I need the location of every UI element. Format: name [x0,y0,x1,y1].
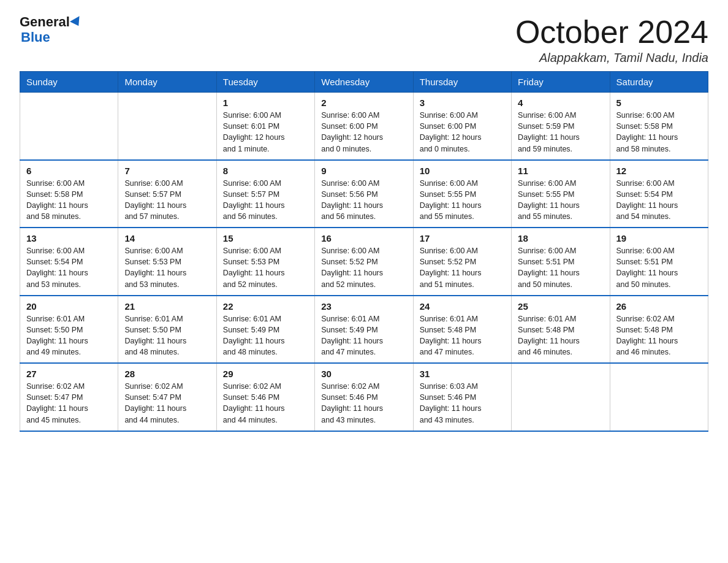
day-number: 7 [124,166,210,176]
day-number: 3 [420,98,505,108]
day-info: Sunrise: 6:00 AM Sunset: 5:56 PM Dayligh… [321,179,383,221]
page-header: General Blue October 2024 Alappakkam, Ta… [20,15,708,65]
day-number: 4 [518,98,603,108]
day-number: 29 [223,369,308,379]
calendar-day-22: 22Sunrise: 6:01 AM Sunset: 5:49 PM Dayli… [216,296,314,364]
calendar-day-5: 5Sunrise: 6:00 AM Sunset: 5:58 PM Daylig… [610,93,708,160]
day-info: Sunrise: 6:00 AM Sunset: 5:52 PM Dayligh… [321,247,383,288]
day-number: 13 [26,233,112,243]
calendar-day-1: 1Sunrise: 6:00 AM Sunset: 6:01 PM Daylig… [216,93,314,160]
calendar-day-9: 9Sunrise: 6:00 AM Sunset: 5:56 PM Daylig… [315,160,413,228]
day-info: Sunrise: 6:01 AM Sunset: 5:49 PM Dayligh… [321,315,383,356]
day-number: 28 [124,369,210,379]
calendar-day-30: 30Sunrise: 6:02 AM Sunset: 5:46 PM Dayli… [315,363,413,431]
calendar-day-4: 4Sunrise: 6:00 AM Sunset: 5:59 PM Daylig… [512,93,610,160]
day-info: Sunrise: 6:00 AM Sunset: 5:54 PM Dayligh… [26,247,88,288]
calendar-table: SundayMondayTuesdayWednesdayThursdayFrid… [20,71,708,432]
calendar-week-row: 13Sunrise: 6:00 AM Sunset: 5:54 PM Dayli… [20,228,708,296]
calendar-day-15: 15Sunrise: 6:00 AM Sunset: 5:53 PM Dayli… [216,228,314,296]
calendar-day-2: 2Sunrise: 6:00 AM Sunset: 6:00 PM Daylig… [315,93,413,160]
weekday-thursday: Thursday [413,72,511,93]
calendar-empty-cell [512,363,610,431]
day-info: Sunrise: 6:00 AM Sunset: 5:52 PM Dayligh… [420,247,482,288]
calendar-day-18: 18Sunrise: 6:00 AM Sunset: 5:51 PM Dayli… [512,228,610,296]
weekday-sunday: Sunday [20,72,118,93]
calendar-day-26: 26Sunrise: 6:02 AM Sunset: 5:48 PM Dayli… [610,296,708,364]
day-number: 16 [321,233,406,243]
day-info: Sunrise: 6:00 AM Sunset: 5:57 PM Dayligh… [223,179,285,221]
day-info: Sunrise: 6:00 AM Sunset: 5:53 PM Dayligh… [124,247,186,288]
day-info: Sunrise: 6:00 AM Sunset: 5:54 PM Dayligh… [616,179,678,221]
day-number: 9 [321,166,406,176]
day-number: 21 [124,301,210,312]
day-number: 10 [420,166,505,176]
day-number: 20 [26,301,112,312]
title-block: October 2024 Alappakkam, Tamil Nadu, Ind… [515,15,708,65]
calendar-day-8: 8Sunrise: 6:00 AM Sunset: 5:57 PM Daylig… [216,160,314,228]
day-number: 31 [420,369,505,379]
calendar-body: 1Sunrise: 6:00 AM Sunset: 6:01 PM Daylig… [20,93,708,431]
day-info: Sunrise: 6:00 AM Sunset: 5:51 PM Dayligh… [616,247,678,288]
calendar-empty-cell [20,93,118,160]
day-number: 26 [616,301,702,312]
calendar-day-23: 23Sunrise: 6:01 AM Sunset: 5:49 PM Dayli… [315,296,413,364]
day-number: 12 [616,166,702,176]
calendar-week-row: 6Sunrise: 6:00 AM Sunset: 5:58 PM Daylig… [20,160,708,228]
calendar-empty-cell [118,93,216,160]
day-number: 18 [518,233,603,243]
calendar-day-19: 19Sunrise: 6:00 AM Sunset: 5:51 PM Dayli… [610,228,708,296]
day-info: Sunrise: 6:00 AM Sunset: 6:00 PM Dayligh… [420,111,482,153]
weekday-header-row: SundayMondayTuesdayWednesdayThursdayFrid… [20,72,708,93]
day-number: 11 [518,166,603,176]
day-info: Sunrise: 6:01 AM Sunset: 5:48 PM Dayligh… [518,315,580,356]
day-info: Sunrise: 6:01 AM Sunset: 5:48 PM Dayligh… [420,315,482,356]
calendar-day-7: 7Sunrise: 6:00 AM Sunset: 5:57 PM Daylig… [118,160,216,228]
calendar-day-13: 13Sunrise: 6:00 AM Sunset: 5:54 PM Dayli… [20,228,118,296]
day-number: 6 [26,166,112,176]
calendar-header: SundayMondayTuesdayWednesdayThursdayFrid… [20,72,708,93]
calendar-week-row: 27Sunrise: 6:02 AM Sunset: 5:47 PM Dayli… [20,363,708,431]
calendar-day-10: 10Sunrise: 6:00 AM Sunset: 5:55 PM Dayli… [413,160,511,228]
day-info: Sunrise: 6:00 AM Sunset: 6:01 PM Dayligh… [223,111,285,153]
day-number: 2 [321,98,406,108]
day-info: Sunrise: 6:00 AM Sunset: 5:57 PM Dayligh… [124,179,186,221]
calendar-empty-cell [610,363,708,431]
day-info: Sunrise: 6:00 AM Sunset: 5:58 PM Dayligh… [26,179,88,221]
day-number: 14 [124,233,210,243]
calendar-day-24: 24Sunrise: 6:01 AM Sunset: 5:48 PM Dayli… [413,296,511,364]
day-number: 1 [223,98,308,108]
weekday-friday: Friday [512,72,610,93]
calendar-day-6: 6Sunrise: 6:00 AM Sunset: 5:58 PM Daylig… [20,160,118,228]
day-number: 27 [26,369,112,379]
calendar-day-17: 17Sunrise: 6:00 AM Sunset: 5:52 PM Dayli… [413,228,511,296]
day-info: Sunrise: 6:02 AM Sunset: 5:47 PM Dayligh… [26,382,88,424]
day-info: Sunrise: 6:00 AM Sunset: 5:53 PM Dayligh… [223,247,285,288]
day-info: Sunrise: 6:03 AM Sunset: 5:46 PM Dayligh… [420,382,482,424]
calendar-day-20: 20Sunrise: 6:01 AM Sunset: 5:50 PM Dayli… [20,296,118,364]
day-info: Sunrise: 6:02 AM Sunset: 5:46 PM Dayligh… [223,382,285,424]
day-info: Sunrise: 6:02 AM Sunset: 5:48 PM Dayligh… [616,315,678,356]
day-info: Sunrise: 6:02 AM Sunset: 5:47 PM Dayligh… [124,382,186,424]
day-number: 17 [420,233,505,243]
day-info: Sunrise: 6:00 AM Sunset: 5:58 PM Dayligh… [616,111,678,153]
calendar-day-28: 28Sunrise: 6:02 AM Sunset: 5:47 PM Dayli… [118,363,216,431]
day-info: Sunrise: 6:00 AM Sunset: 5:59 PM Dayligh… [518,111,580,153]
calendar-week-row: 20Sunrise: 6:01 AM Sunset: 5:50 PM Dayli… [20,296,708,364]
day-number: 25 [518,301,603,312]
calendar-day-31: 31Sunrise: 6:03 AM Sunset: 5:46 PM Dayli… [413,363,511,431]
day-number: 19 [616,233,702,243]
weekday-monday: Monday [118,72,216,93]
calendar-day-14: 14Sunrise: 6:00 AM Sunset: 5:53 PM Dayli… [118,228,216,296]
day-info: Sunrise: 6:01 AM Sunset: 5:50 PM Dayligh… [124,315,186,356]
day-number: 24 [420,301,505,312]
day-info: Sunrise: 6:01 AM Sunset: 5:49 PM Dayligh… [223,315,285,356]
calendar-day-25: 25Sunrise: 6:01 AM Sunset: 5:48 PM Dayli… [512,296,610,364]
calendar-day-12: 12Sunrise: 6:00 AM Sunset: 5:54 PM Dayli… [610,160,708,228]
day-info: Sunrise: 6:00 AM Sunset: 5:51 PM Dayligh… [518,247,580,288]
day-info: Sunrise: 6:00 AM Sunset: 5:55 PM Dayligh… [518,179,580,221]
day-info: Sunrise: 6:02 AM Sunset: 5:46 PM Dayligh… [321,382,383,424]
day-info: Sunrise: 6:00 AM Sunset: 5:55 PM Dayligh… [420,179,482,221]
day-number: 30 [321,369,406,379]
calendar-day-3: 3Sunrise: 6:00 AM Sunset: 6:00 PM Daylig… [413,93,511,160]
day-info: Sunrise: 6:01 AM Sunset: 5:50 PM Dayligh… [26,315,88,356]
